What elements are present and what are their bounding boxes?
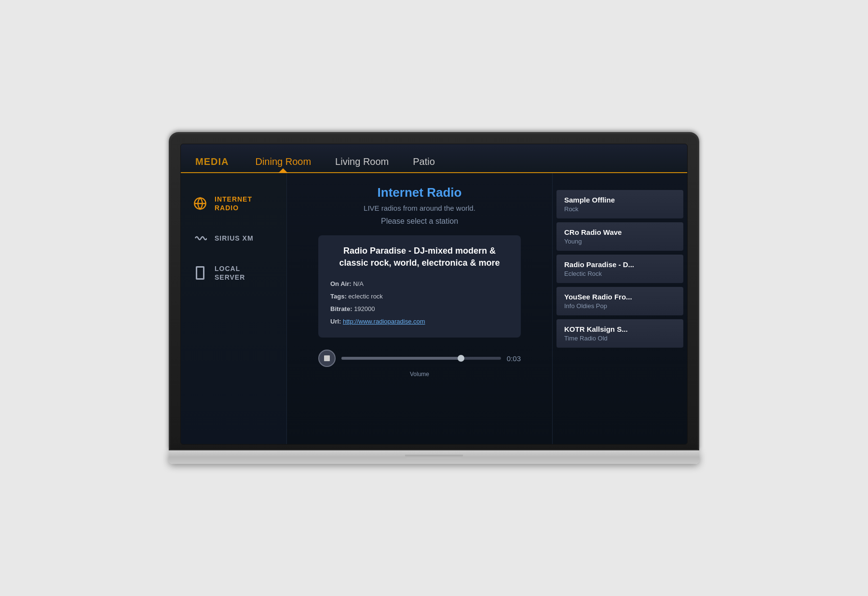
- laptop-wrapper: MEDIA Dining Room Living Room Patio: [169, 132, 699, 464]
- bitrate-value: 192000: [354, 305, 375, 312]
- volume-fill: [341, 357, 461, 360]
- station-on-air: On Air: N/A: [330, 278, 509, 290]
- screen-bezel: MEDIA Dining Room Living Room Patio: [169, 132, 699, 451]
- station-list-genre: Info Oldies Pop: [564, 302, 676, 310]
- station-url: Url: http://www.radioparadise.com: [330, 315, 509, 328]
- bitrate-label: Bitrate:: [330, 305, 353, 312]
- right-panel: Sample Offline Rock CRo Radio Wave Young…: [552, 173, 687, 445]
- station-list-name: Radio Paradise - D...: [564, 260, 676, 269]
- volume-knob: [458, 355, 464, 362]
- station-list-name: Sample Offline: [564, 196, 676, 204]
- stop-button-inner: [324, 355, 330, 361]
- sidebar-item-sirius-xm[interactable]: SIRIUS XM: [181, 224, 286, 252]
- volume-track[interactable]: [341, 357, 501, 360]
- list-item[interactable]: Sample Offline Rock: [556, 190, 683, 218]
- player-row: 0:03: [318, 350, 521, 367]
- time-display: 0:03: [507, 354, 521, 363]
- sidebar-item-local-server[interactable]: LOCAL SERVER: [181, 257, 286, 289]
- station-list-name: KOTR Kallsign S...: [564, 325, 676, 333]
- tags-label: Tags:: [330, 293, 347, 300]
- sidebar-label-sirius-xm: SIRIUS XM: [215, 234, 254, 243]
- list-item[interactable]: CRo Radio Wave Young: [556, 222, 683, 251]
- list-item[interactable]: YouSee Radio Fro... Info Oldies Pop: [556, 287, 683, 315]
- on-air-label: On Air:: [330, 280, 352, 287]
- tab-living-room[interactable]: Living Room: [323, 156, 401, 172]
- sidebar: INTERNET RADIO SIRIUS XM: [181, 173, 287, 445]
- on-air-value: N/A: [353, 280, 364, 287]
- sidebar-item-internet-radio[interactable]: INTERNET RADIO: [181, 188, 286, 219]
- station-tags: Tags: eclectic rock: [330, 290, 509, 303]
- list-item[interactable]: Radio Paradise - D... Eclectic Rock: [556, 255, 683, 283]
- station-list-genre: Rock: [564, 205, 676, 213]
- panel-instruction: Please select a station: [381, 217, 458, 226]
- sidebar-label-local-server: LOCAL SERVER: [215, 264, 245, 282]
- tags-value: eclectic rock: [348, 293, 383, 300]
- station-list-genre: Time Radio Old: [564, 335, 676, 342]
- screen: MEDIA Dining Room Living Room Patio: [180, 144, 688, 445]
- local-server-icon: [193, 266, 207, 280]
- volume-label: Volume: [410, 371, 429, 378]
- panel-title: Internet Radio: [378, 185, 462, 200]
- station-list-genre: Eclectic Rock: [564, 270, 676, 277]
- station-list-name: YouSee Radio Fro...: [564, 293, 676, 301]
- stop-button[interactable]: [318, 350, 336, 367]
- main-content: INTERNET RADIO SIRIUS XM: [181, 173, 687, 445]
- player-controls: 0:03 Volume: [318, 350, 521, 378]
- station-card-info: On Air: N/A Tags: eclectic rock Bitrate:…: [330, 278, 509, 328]
- station-list-genre: Young: [564, 238, 676, 245]
- laptop-notch: [405, 455, 463, 459]
- tab-patio[interactable]: Patio: [401, 156, 447, 172]
- station-bitrate: Bitrate: 192000: [330, 303, 509, 315]
- station-card: Radio Paradise - DJ-mixed modern & class…: [318, 235, 521, 338]
- center-panel: Internet Radio LIVE radios from around t…: [287, 173, 552, 445]
- laptop-base: [169, 450, 699, 464]
- station-list-name: CRo Radio Wave: [564, 228, 676, 236]
- waves-icon: [193, 231, 207, 245]
- media-label: MEDIA: [195, 156, 229, 172]
- url-label: Url:: [330, 318, 341, 325]
- sidebar-label-internet-radio: INTERNET RADIO: [215, 195, 252, 212]
- globe-icon: [193, 197, 207, 210]
- tab-dining-room[interactable]: Dining Room: [243, 156, 323, 172]
- list-item[interactable]: KOTR Kallsign S... Time Radio Old: [556, 319, 683, 348]
- url-link[interactable]: http://www.radioparadise.com: [343, 318, 425, 325]
- panel-subtitle: LIVE radios from around the world.: [364, 204, 475, 212]
- station-card-name: Radio Paradise - DJ-mixed modern & class…: [330, 245, 509, 269]
- nav-bar: MEDIA Dining Room Living Room Patio: [181, 144, 687, 173]
